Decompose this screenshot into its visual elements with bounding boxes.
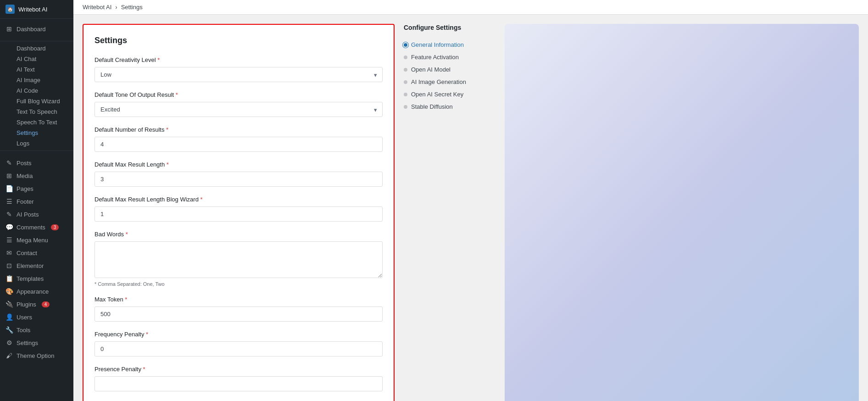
sidebar-item-posts[interactable]: ✎ Posts [0,156,73,169]
configure-item-general[interactable]: General Information [404,39,495,51]
form-group-max-token: Max Token * [95,296,383,322]
label-bad-words: Bad Words * [95,231,383,238]
sidebar-item-ai-code[interactable]: AI Code [6,85,73,96]
sidebar-item-templates[interactable]: 📋 Templates [0,272,73,285]
configure-item-ai-image[interactable]: AI Image Generation [404,76,495,88]
logo-icon-letter: 🏠 [7,7,13,12]
footer-label: Footer [17,198,34,205]
users-label: Users [17,314,32,321]
configure-item-stable-diffusion[interactable]: Stable Diffusion [404,100,495,113]
settings-panel: Settings Default Creativity Level * Low … [83,24,395,401]
textarea-bad-words[interactable] [95,241,383,278]
pages-label: Pages [17,185,33,192]
required-marker-freq: * [146,331,148,338]
label-tone: Default Tone Of Output Result * [95,91,383,98]
sidebar-item-logs[interactable]: Logs [6,138,73,149]
sidebar-item-dashboard[interactable]: Dashboard [6,43,73,54]
input-num-results[interactable] [95,137,383,152]
sidebar-item-text-to-speech[interactable]: Text To Speech [6,106,73,117]
label-creativity: Default Creativity Level * [95,56,383,63]
sidebar-item-speech-to-text[interactable]: Speech To Text [6,117,73,128]
sidebar-top-section: ⊞ Dashboard [0,19,73,39]
input-max-token[interactable] [95,306,383,322]
elementor-label: Elementor [17,262,44,269]
sidebar-item-pages[interactable]: 📄 Pages [0,182,73,195]
media-label: Media [17,173,33,179]
required-marker-num: * [166,126,168,133]
sidebar-item-top-dashboard[interactable]: ⊞ Dashboard [0,22,73,35]
top-bar: Writebot AI › Settings [73,0,868,15]
form-group-bad-words: Bad Words * * Comma Separated: One, Two [95,231,383,287]
select-wrapper-tone: Excited Neutral Formal Casual [95,102,383,117]
label-max-token: Max Token * [95,296,383,303]
pages-icon: 📄 [6,185,13,192]
breadcrumb-separator: › [115,4,117,11]
configure-item-openai-secret[interactable]: Open AI Secret Key [404,88,495,100]
plugins-icon: 🔌 [6,301,13,308]
tools-icon: 🔧 [6,326,13,334]
sidebar-item-wp-settings[interactable]: ⚙ Settings [0,336,73,349]
main-content: Writebot AI › Settings Settings Default … [73,0,868,401]
label-frequency: Frequency Penalty * [95,331,383,338]
dashboard-icon: ⊞ [6,25,13,33]
configure-label-general: General Information [411,41,464,48]
form-group-tone: Default Tone Of Output Result * Excited … [95,91,383,117]
sidebar-logo[interactable]: 🏠 Writebot AI [0,0,73,19]
form-group-creativity: Default Creativity Level * Low Medium Hi… [95,56,383,82]
ai-posts-icon: ✎ [6,211,13,218]
theme-option-icon: 🖌 [6,352,13,359]
sidebar-item-users[interactable]: 👤 Users [0,311,73,323]
sidebar-item-appearance[interactable]: 🎨 Appearance [0,285,73,298]
logo-icon: 🏠 [6,5,15,14]
posts-icon: ✎ [6,159,13,167]
comments-icon: 💬 [6,223,13,231]
sidebar-item-tools[interactable]: 🔧 Tools [0,323,73,336]
select-wrapper-creativity: Low Medium High [95,67,383,82]
required-marker-bad: * [126,231,128,238]
input-presence[interactable] [95,376,383,391]
sidebar-item-mega-menu[interactable]: ☰ Mega Menu [0,234,73,246]
sidebar-item-ai-posts[interactable]: ✎ AI Posts [0,208,73,221]
sidebar-item-elementor[interactable]: ⊡ Elementor [0,259,73,272]
sidebar-item-theme-option[interactable]: 🖌 Theme Option [0,349,73,362]
input-max-length[interactable] [95,172,383,187]
required-marker: * [157,56,160,63]
content-area: Settings Default Creativity Level * Low … [73,15,868,401]
sidebar-item-comments[interactable]: 💬 Comments 3 [0,221,73,234]
sidebar-item-media[interactable]: ⊞ Media [0,169,73,182]
sidebar-wp-section: ✎ Posts ⊞ Media 📄 Pages ☰ Footer ✎ AI Po… [0,153,73,366]
sidebar-item-settings[interactable]: Settings [6,128,73,138]
sidebar-item-plugins[interactable]: 🔌 Plugins 4 [0,298,73,311]
plugins-badge: 4 [42,301,50,307]
configure-label-stable-diffusion: Stable Diffusion [411,103,453,110]
dot-general [404,43,407,47]
theme-option-label: Theme Option [17,352,54,359]
required-marker-blog: * [200,196,203,203]
sidebar-item-full-blog-wizard[interactable]: Full Blog Wizard [6,96,73,106]
ai-posts-label: AI Posts [17,211,39,218]
configure-item-openai-model[interactable]: Open AI Model [404,63,495,76]
logo-label: Writebot AI [18,6,47,13]
users-icon: 👤 [6,313,13,321]
sidebar-item-ai-chat[interactable]: AI Chat [6,54,73,64]
select-tone[interactable]: Excited Neutral Formal Casual [95,102,383,117]
input-max-length-blog[interactable] [95,206,383,222]
appearance-label: Appearance [17,288,49,295]
sidebar-item-ai-image[interactable]: AI Image [6,75,73,85]
form-group-max-length-blog: Default Max Result Length Blog Wizard * [95,196,383,222]
sidebar-item-footer[interactable]: ☰ Footer [0,195,73,208]
sidebar: 🏠 Writebot AI ⊞ Dashboard Dashboard AI C… [0,0,73,401]
configure-item-feature[interactable]: Feature Activation [404,51,495,63]
sidebar-item-contact[interactable]: ✉ Contact [0,246,73,259]
settings-title: Settings [95,36,383,45]
form-group-max-length: Default Max Result Length * [95,161,383,187]
sidebar-item-ai-text[interactable]: AI Text [6,64,73,75]
mega-menu-icon: ☰ [6,236,13,244]
label-presence: Presence Penalty * [95,366,383,373]
configure-label-openai-secret: Open AI Secret Key [411,91,463,98]
input-frequency[interactable] [95,341,383,356]
required-marker-max: * [167,161,169,168]
label-max-length-blog: Default Max Result Length Blog Wizard * [95,196,383,203]
elementor-icon: ⊡ [6,262,13,269]
select-creativity[interactable]: Low Medium High [95,67,383,82]
